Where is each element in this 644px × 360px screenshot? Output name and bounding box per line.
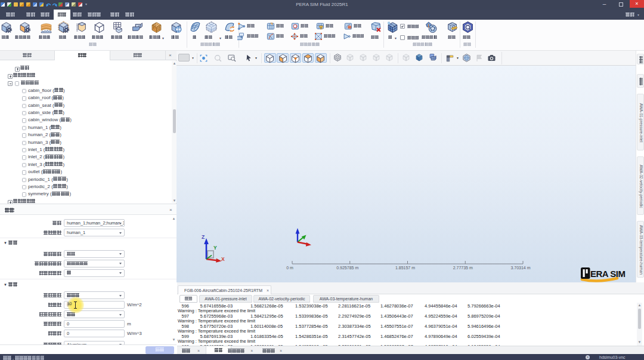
svg-text:ERA SIM: ERA SIM bbox=[590, 269, 625, 279]
